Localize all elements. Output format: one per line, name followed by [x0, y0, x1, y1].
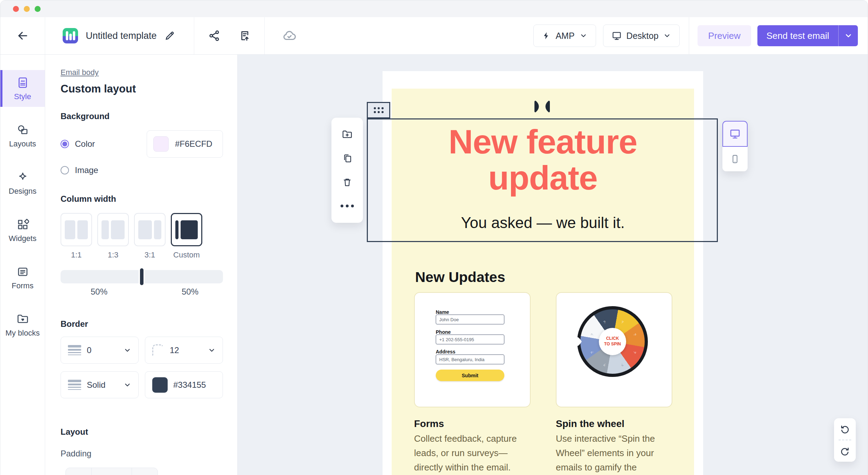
toolbar-actions: [194, 17, 265, 54]
background-section-label: Background: [61, 111, 237, 121]
sidebar-item-label: Style: [14, 92, 31, 101]
smartphone-icon: [730, 154, 740, 164]
border-radius-dropdown[interactable]: 12: [145, 337, 223, 364]
layouts-icon: [16, 124, 29, 136]
sidebar-item-forms[interactable]: Forms: [0, 259, 45, 296]
wheel-pointer-icon: [572, 336, 582, 347]
share-icon[interactable]: [208, 30, 220, 42]
mobile-preview-button[interactable]: [722, 147, 748, 171]
chevron-down-icon: [124, 381, 131, 389]
email-section-title[interactable]: New Updates: [415, 269, 505, 285]
zoom-window-button[interactable]: [35, 6, 41, 12]
column-width-section-label: Column width: [61, 194, 237, 204]
app-logo: [63, 28, 78, 43]
device-mode-dropdown[interactable]: Desktop: [603, 25, 680, 47]
left-column-percent: 50%: [91, 287, 107, 297]
email-hero-subtitle[interactable]: You asked — we built it.: [403, 214, 683, 232]
forms-feature-title[interactable]: Forms: [414, 418, 444, 429]
column-width-slider[interactable]: [61, 270, 223, 283]
block-drag-handle[interactable]: [367, 102, 390, 118]
send-test-email-button[interactable]: Send test email: [757, 25, 858, 46]
block-resize-handle[interactable]: [533, 100, 551, 114]
padding-label: Padding: [61, 449, 237, 459]
drag-dots-icon: [374, 107, 384, 113]
save-to-folder-button[interactable]: [340, 127, 355, 142]
form-submit-button[interactable]: Submit: [436, 370, 504, 381]
block-actions-toolbar: [331, 118, 363, 223]
border-color-swatch: [152, 377, 168, 393]
desktop-preview-button[interactable]: [722, 121, 748, 147]
toolbar: Untitled template AMP Desktop Preview: [0, 17, 868, 55]
border-radius-value: 12: [170, 345, 179, 355]
layout-section-label: Layout: [61, 427, 237, 437]
column-option-1-1[interactable]: [61, 213, 92, 246]
send-options-dropdown[interactable]: [838, 25, 858, 46]
email-hero-title[interactable]: New feature update: [403, 124, 683, 196]
duplicate-block-button[interactable]: [340, 151, 355, 166]
sidebar-item-style[interactable]: Style: [0, 70, 45, 107]
padding-top-input[interactable]: 0: [92, 468, 132, 475]
border-width-dropdown[interactable]: 0: [61, 337, 139, 364]
background-image-radio[interactable]: Image: [61, 165, 237, 175]
border-width-icon: [68, 345, 81, 355]
form-phone-input[interactable]: +1 202-555-0195: [436, 335, 504, 344]
sidebar-item-label: Widgets: [9, 234, 36, 243]
undo-button[interactable]: [840, 424, 850, 434]
sidebar-item-label: Layouts: [9, 139, 36, 149]
column-option-1-3[interactable]: [97, 213, 129, 246]
history-divider: [839, 440, 851, 440]
padding-left-cell[interactable]: [66, 468, 92, 475]
sidebar-item-designs[interactable]: Designs: [0, 165, 45, 201]
email-spin-wheel-card[interactable]: ? ? ? ? ? ? ? ? CLICK TO SPIN: [556, 292, 672, 407]
column-option-custom[interactable]: [171, 213, 202, 246]
border-color-input[interactable]: #334155: [145, 371, 223, 398]
close-window-button[interactable]: [13, 6, 19, 12]
click-to-spin-button[interactable]: CLICK TO SPIN: [599, 328, 626, 355]
sidebar-item-widgets[interactable]: Widgets: [0, 212, 45, 249]
form-name-label: Name: [436, 309, 449, 315]
form-name-input[interactable]: John Doe: [436, 315, 504, 324]
color-swatch: [153, 136, 169, 152]
spin-feature-title[interactable]: Spin the wheel: [556, 418, 624, 429]
export-template-icon[interactable]: [238, 30, 250, 42]
email-form-card[interactable]: Name John Doe Phone +1 202-555-0195 Addr…: [414, 292, 531, 407]
sidebar-item-my-blocks[interactable]: My blocks: [0, 307, 45, 343]
sidebar-rail: Style Layouts Designs Widgets Forms My b…: [0, 55, 45, 475]
forms-feature-text[interactable]: Collect feedback, capture leads, or run …: [414, 432, 537, 475]
style-icon: [16, 76, 29, 89]
delete-block-button[interactable]: [340, 174, 355, 190]
undo-icon: [840, 424, 850, 434]
chevron-down-icon: [663, 32, 671, 40]
ellipsis-icon: [341, 205, 354, 207]
widgets-icon: [16, 218, 29, 231]
form-address-label: Address: [436, 349, 455, 354]
sidebar-item-label: Designs: [9, 187, 36, 196]
more-options-button[interactable]: [340, 198, 355, 214]
sidebar-item-layouts[interactable]: Layouts: [0, 117, 45, 154]
amp-mode-dropdown[interactable]: AMP: [533, 25, 596, 47]
minimize-window-button[interactable]: [24, 6, 30, 12]
background-color-radio[interactable]: Color: [61, 139, 95, 149]
slider-handle[interactable]: [140, 268, 144, 285]
spin-wheel[interactable]: ? ? ? ? ? ? ? ? CLICK TO SPIN: [577, 306, 648, 377]
template-title-group: Untitled template: [45, 17, 194, 54]
sidebar-item-label: Forms: [12, 281, 33, 290]
form-address-input[interactable]: HSR, Bengaluru, India: [436, 354, 504, 364]
resize-triangles-icon: [533, 100, 551, 113]
back-button[interactable]: [0, 17, 45, 54]
chevron-down-icon: [580, 32, 587, 40]
redo-button[interactable]: [840, 446, 850, 456]
image-option-label: Image: [75, 165, 98, 175]
spin-feature-text[interactable]: Use interactive “Spin the Wheel” element…: [556, 432, 678, 475]
border-color-value: #334155: [173, 380, 206, 390]
window-titlebar: [0, 0, 868, 17]
folder-add-icon: [342, 129, 353, 140]
breadcrumb-email-body[interactable]: Email body: [61, 68, 99, 77]
radio-unselected-icon: [61, 166, 69, 174]
background-color-input[interactable]: #F6ECFD: [147, 130, 223, 158]
border-style-dropdown[interactable]: Solid: [61, 371, 139, 398]
edit-title-icon[interactable]: [164, 30, 175, 41]
padding-right-cell[interactable]: [132, 468, 158, 475]
preview-button[interactable]: Preview: [698, 25, 751, 46]
column-option-3-1[interactable]: [134, 213, 166, 246]
